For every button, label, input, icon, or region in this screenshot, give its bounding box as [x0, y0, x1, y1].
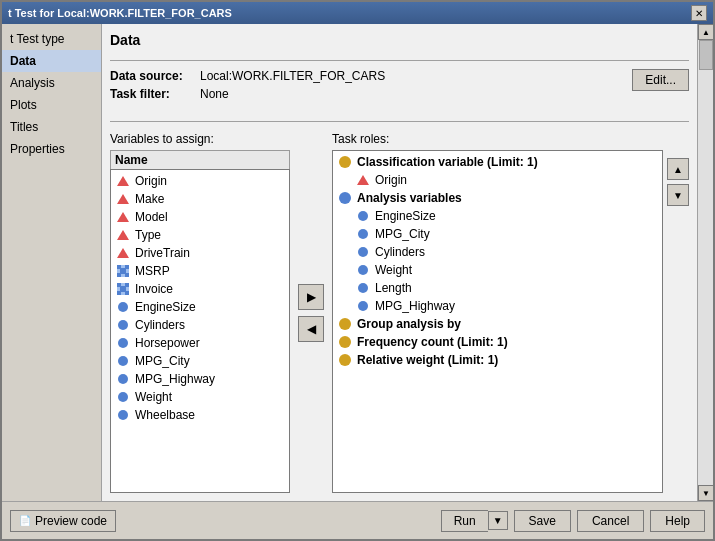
triangle-icon	[357, 175, 369, 185]
task-roles-list[interactable]: Classification variable (Limit: 1)Origin…	[332, 150, 663, 493]
scroll-down-btn[interactable]: ▼	[698, 485, 713, 501]
main-window: t Test for Local:WORK.FILTER_FOR_CARS ✕ …	[0, 0, 715, 541]
variable-name: Type	[135, 228, 161, 242]
variable-item[interactable]: Cylinders	[113, 316, 287, 334]
circle-icon	[118, 356, 128, 366]
data-source-section: Data source: Local:WORK.FILTER_FOR_CARS …	[110, 65, 689, 109]
role-item[interactable]: Origin	[335, 171, 660, 189]
circle-icon	[118, 374, 128, 384]
role-item[interactable]: MPG_Highway	[335, 297, 660, 315]
task-role-label: Classification variable (Limit: 1)	[357, 155, 538, 169]
sidebar-item-analysis[interactable]: Analysis	[2, 72, 101, 94]
variable-item[interactable]: Origin	[113, 172, 287, 190]
variable-item[interactable]: Invoice	[113, 280, 287, 298]
task-role-label: Relative weight (Limit: 1)	[357, 353, 498, 367]
variable-item[interactable]: Weight	[113, 388, 287, 406]
variable-name: Weight	[135, 390, 172, 404]
role-item[interactable]: EngineSize	[335, 207, 660, 225]
variable-item[interactable]: Type	[113, 226, 287, 244]
role-item-name: EngineSize	[375, 209, 436, 223]
role-item[interactable]: Weight	[335, 261, 660, 279]
circle-icon	[118, 410, 128, 420]
window-title: t Test for Local:WORK.FILTER_FOR_CARS	[8, 7, 232, 19]
yellow-circle-icon	[339, 336, 351, 348]
task-role-header[interactable]: Frequency count (Limit: 1)	[335, 333, 660, 351]
task-filter-value: None	[200, 87, 632, 101]
variable-item[interactable]: DriveTrain	[113, 244, 287, 262]
bottom-bar: 📄 Preview code Run ▼ Save Cancel Help	[2, 501, 713, 539]
sidebar-item-data[interactable]: Data	[2, 50, 101, 72]
help-button[interactable]: Help	[650, 510, 705, 532]
run-dropdown-button[interactable]: ▼	[488, 511, 508, 530]
task-filter-row: Task filter: None	[110, 87, 632, 101]
variable-name: Invoice	[135, 282, 173, 296]
data-source-row: Data source: Local:WORK.FILTER_FOR_CARS	[110, 69, 632, 83]
triangle-icon	[117, 212, 129, 222]
preview-code-label: Preview code	[35, 514, 107, 528]
cancel-button[interactable]: Cancel	[577, 510, 644, 532]
circle-icon	[358, 283, 368, 293]
edit-button[interactable]: Edit...	[632, 69, 689, 91]
sidebar-item-properties[interactable]: Properties	[2, 138, 101, 160]
move-up-button[interactable]: ▲	[667, 158, 689, 180]
data-source-value: Local:WORK.FILTER_FOR_CARS	[200, 69, 632, 83]
variable-item[interactable]: EngineSize	[113, 298, 287, 316]
blue-circle-icon	[339, 192, 351, 204]
task-roles-label: Task roles:	[332, 132, 663, 146]
circle-icon	[118, 338, 128, 348]
task-role-header[interactable]: Group analysis by	[335, 315, 660, 333]
circle-icon	[358, 247, 368, 257]
circle-icon	[358, 265, 368, 275]
move-left-button[interactable]: ◀	[298, 316, 324, 342]
run-button[interactable]: Run	[441, 510, 488, 532]
triangle-icon	[117, 194, 129, 204]
variables-panel: Variables to assign: Name OriginMakeMode…	[110, 132, 290, 493]
scroll-thumb[interactable]	[699, 40, 713, 70]
move-right-button[interactable]: ▶	[298, 284, 324, 310]
yellow-circle-icon	[339, 318, 351, 330]
variable-item[interactable]: MPG_Highway	[113, 370, 287, 388]
role-item-name: MPG_Highway	[375, 299, 455, 313]
scroll-up-btn[interactable]: ▲	[698, 24, 713, 40]
variable-item[interactable]: Make	[113, 190, 287, 208]
content-area: Data Data source: Local:WORK.FILTER_FOR_…	[102, 24, 697, 501]
sidebar-item-test-type[interactable]: t Test type	[2, 28, 101, 50]
circle-icon	[118, 392, 128, 402]
variable-item[interactable]: Model	[113, 208, 287, 226]
task-role-header[interactable]: Analysis variables	[335, 189, 660, 207]
task-role-label: Frequency count (Limit: 1)	[357, 335, 508, 349]
sidebar-item-titles[interactable]: Titles	[2, 116, 101, 138]
main-content: t Test type Data Analysis Plots Titles P…	[2, 24, 713, 501]
role-item-name: Cylinders	[375, 245, 425, 259]
data-source-label: Data source:	[110, 69, 200, 83]
variable-item[interactable]: Wheelbase	[113, 406, 287, 424]
save-button[interactable]: Save	[514, 510, 571, 532]
task-roles-panel: Task roles: Classification variable (Lim…	[332, 132, 663, 493]
move-down-button[interactable]: ▼	[667, 184, 689, 206]
title-bar: t Test for Local:WORK.FILTER_FOR_CARS ✕	[2, 2, 713, 24]
variable-name: Cylinders	[135, 318, 185, 332]
variable-name: MSRP	[135, 264, 170, 278]
yellow-circle-icon	[339, 354, 351, 366]
role-item-name: Length	[375, 281, 412, 295]
circle-icon	[358, 301, 368, 311]
variable-item[interactable]: MPG_City	[113, 352, 287, 370]
close-button[interactable]: ✕	[691, 5, 707, 21]
variable-item[interactable]: MSRP	[113, 262, 287, 280]
task-role-label: Analysis variables	[357, 191, 462, 205]
data-source-header: Data source: Local:WORK.FILTER_FOR_CARS …	[110, 69, 689, 105]
task-role-header[interactable]: Classification variable (Limit: 1)	[335, 153, 660, 171]
role-item[interactable]: Cylinders	[335, 243, 660, 261]
mid-divider	[110, 121, 689, 122]
role-item[interactable]: MPG_City	[335, 225, 660, 243]
variables-list[interactable]: OriginMakeModelTypeDriveTrainMSRPInvoice…	[110, 169, 290, 493]
preview-code-button[interactable]: 📄 Preview code	[10, 510, 116, 532]
sidebar-item-plots[interactable]: Plots	[2, 94, 101, 116]
yellow-circle-icon	[339, 156, 351, 168]
variable-item[interactable]: Horsepower	[113, 334, 287, 352]
role-item[interactable]: Length	[335, 279, 660, 297]
reorder-buttons: ▲ ▼	[667, 132, 689, 493]
triangle-icon	[117, 248, 129, 258]
role-item-name: MPG_City	[375, 227, 430, 241]
task-role-header[interactable]: Relative weight (Limit: 1)	[335, 351, 660, 369]
